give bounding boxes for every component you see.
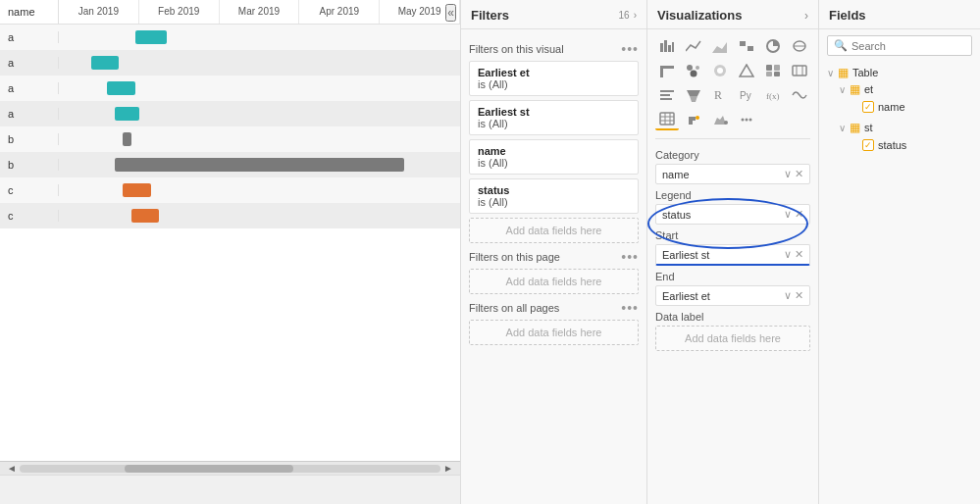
gantt-scrollbar-track[interactable]	[20, 465, 440, 473]
gantt-name-cell: b	[0, 133, 59, 145]
viz-icon-item-7[interactable]	[682, 60, 705, 81]
fields-item-checkbox[interactable]: ✓	[862, 139, 874, 151]
filters-on-page-label: Filters on this page •••	[469, 249, 639, 265]
gantt-row: b	[0, 152, 460, 177]
viz-category-chevron-icon[interactable]: ∨	[784, 168, 792, 180]
viz-icon-item-4[interactable]	[761, 35, 785, 57]
viz-category-close-icon[interactable]: ✕	[795, 168, 803, 180]
svg-rect-20	[766, 72, 772, 76]
visualizations-expand-icon[interactable]: ›	[804, 9, 808, 23]
gantt-month-header: Mar 2019	[220, 0, 300, 24]
viz-icon-item-16[interactable]: f(x)	[761, 84, 785, 106]
svg-rect-11	[660, 66, 674, 69]
gantt-bar	[135, 30, 168, 44]
fields-item-checkbox[interactable]: ✓	[862, 101, 874, 113]
fields-group-header-et[interactable]: ∨ ▦ et	[827, 82, 972, 96]
filter-card[interactable]: Earliest st is (All)	[469, 100, 639, 135]
viz-icon-item-18[interactable]	[655, 109, 679, 130]
gantt-horizontal-scrollbar[interactable]: ◄ ►	[0, 461, 460, 475]
viz-end-label: End	[655, 271, 810, 282]
viz-end-value: Earliest et	[662, 290, 710, 302]
viz-data-label-add-box[interactable]: Add data fields here	[655, 326, 810, 351]
svg-rect-0	[660, 43, 663, 52]
viz-icon-item-17[interactable]	[788, 84, 811, 106]
filters-expand-icon[interactable]: ›	[634, 10, 637, 21]
svg-marker-29	[690, 96, 697, 102]
viz-icon-item-5[interactable]	[788, 35, 811, 57]
gantt-name-cell: c	[0, 210, 59, 222]
gantt-bar-area	[59, 25, 460, 50]
gantt-collapse-button[interactable]: «	[445, 4, 456, 22]
filter-card[interactable]: Earliest et is (All)	[469, 61, 639, 96]
viz-icon-item-8[interactable]	[708, 60, 732, 81]
gantt-scroll-left-button[interactable]: ◄	[4, 463, 20, 474]
svg-point-42	[749, 119, 752, 122]
viz-icon-item-3[interactable]	[735, 35, 758, 57]
viz-icon-item-21[interactable]	[735, 109, 758, 130]
viz-legend-row: status ∨ ✕	[655, 204, 810, 225]
gantt-bar	[131, 209, 160, 223]
viz-end-close-icon[interactable]: ✕	[795, 289, 803, 302]
gantt-header: name Jan 2019Feb 2019Mar 2019Apr 2019May…	[0, 0, 460, 25]
viz-icon-item-10[interactable]	[761, 60, 785, 81]
filter-card[interactable]: status is (All)	[469, 178, 639, 214]
viz-icon-item-1[interactable]	[682, 35, 705, 57]
viz-legend-close-icon[interactable]: ✕	[795, 208, 803, 221]
svg-rect-33	[660, 113, 674, 125]
fields-group-header-st[interactable]: ∨ ▦ st	[827, 121, 972, 134]
filters-header-icons: 16 ›	[619, 10, 637, 21]
viz-category-box[interactable]: name ∨ ✕	[655, 164, 810, 184]
viz-legend-chevron-icon[interactable]: ∨	[784, 208, 792, 221]
filters-allpages-dots[interactable]: •••	[621, 300, 639, 316]
fields-group-label: Table	[852, 67, 878, 78]
fields-item-status[interactable]: ✓ status	[827, 137, 972, 153]
fields-item-name[interactable]: ✓ name	[827, 99, 972, 115]
gantt-bar-area	[59, 50, 460, 76]
gantt-bar	[115, 158, 403, 172]
viz-start-chevron-icon[interactable]: ∨	[784, 248, 792, 261]
filter-card-value: is (All)	[478, 196, 630, 208]
filters-visual-add-box[interactable]: Add data fields here	[469, 218, 639, 243]
fields-search-input[interactable]	[851, 40, 965, 52]
filter-card[interactable]: name is (All)	[469, 139, 639, 175]
viz-icon-item-15[interactable]: Py	[735, 84, 758, 106]
filters-panel-header: Filters 16 ›	[461, 0, 646, 29]
filters-page-add-box[interactable]: Add data fields here	[469, 269, 639, 294]
svg-rect-18	[766, 65, 772, 71]
viz-icon-item-14[interactable]: R	[708, 84, 732, 106]
gantt-scroll-right-button[interactable]: ►	[440, 463, 456, 474]
svg-point-40	[742, 119, 745, 122]
gantt-scrollbar-thumb[interactable]	[125, 465, 293, 473]
gantt-row: c	[0, 203, 460, 228]
svg-point-13	[696, 66, 699, 70]
chevron-down-icon: ∨	[839, 123, 846, 133]
fields-search-container: 🔍	[827, 35, 972, 56]
svg-rect-2	[668, 45, 671, 52]
viz-start-value: Earliest st	[662, 249, 709, 261]
filters-visual-dots[interactable]: •••	[621, 41, 639, 57]
gantt-month-header: Feb 2019	[139, 0, 220, 24]
viz-icon-item-0[interactable]	[655, 35, 679, 57]
filters-count-badge: 16	[619, 10, 630, 21]
viz-icon-item-19[interactable]	[682, 109, 705, 130]
filters-page-dots[interactable]: •••	[621, 249, 639, 265]
viz-icon-item-13[interactable]	[682, 84, 705, 106]
viz-end-chevron-icon[interactable]: ∨	[784, 289, 792, 302]
viz-icon-item-12[interactable]	[655, 84, 679, 106]
viz-start-box[interactable]: Earliest st ∨ ✕	[655, 244, 810, 266]
fields-panel: Fields 🔍 ∨ ▦ Table ∨ ▦ et ✓ name ∨ ▦ st …	[819, 0, 980, 504]
viz-icon-item-20[interactable]	[708, 109, 732, 130]
viz-icon-item-11[interactable]	[788, 60, 811, 81]
viz-icon-item-2[interactable]	[708, 35, 732, 57]
filter-card-name: name	[478, 145, 630, 157]
visualizations-title: Visualizations	[657, 8, 742, 23]
viz-end-box[interactable]: Earliest et ∨ ✕	[655, 285, 810, 306]
viz-start-close-icon[interactable]: ✕	[795, 248, 803, 261]
viz-legend-box[interactable]: status ∨ ✕	[655, 204, 810, 225]
viz-icon-item-6[interactable]	[655, 60, 679, 81]
fields-group-label: st	[864, 122, 873, 133]
filters-allpages-add-box[interactable]: Add data fields here	[469, 320, 639, 345]
viz-icon-item-9[interactable]	[735, 60, 758, 81]
fields-group-header-table[interactable]: ∨ ▦ Table	[827, 66, 972, 79]
viz-data-label-label: Data label	[655, 311, 810, 323]
